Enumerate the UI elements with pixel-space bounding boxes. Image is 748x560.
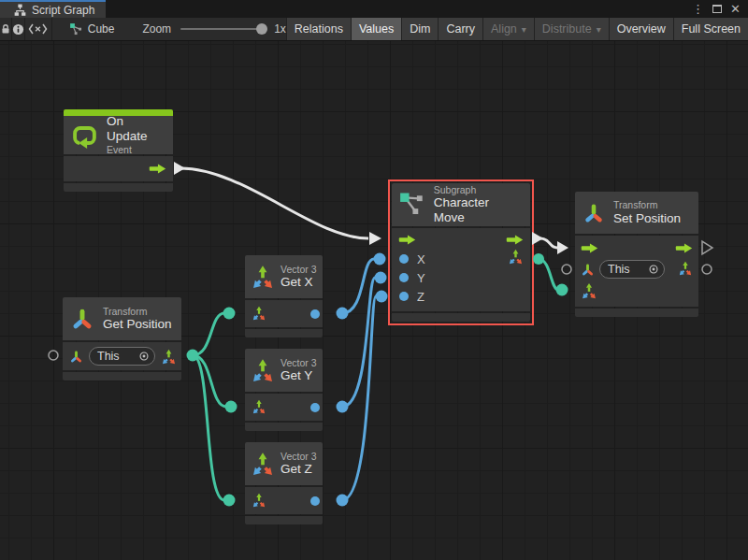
blue-port-dot[interactable] [337,401,349,413]
control-output-port[interactable] [675,243,693,253]
info-button[interactable] [12,18,25,40]
control-input-port[interactable] [398,235,416,245]
node-subtitle: Vector 3 [280,264,317,275]
wire-getposition-to-getz[interactable] [193,355,224,500]
graph-object-name: Cube [88,22,115,36]
control-wire-source-arrow[interactable] [532,232,543,245]
code-view-button[interactable] [25,18,52,40]
wire-getz-to-z[interactable] [342,296,376,500]
maximize-icon[interactable] [712,5,722,13]
transform-icon [583,202,605,224]
wire-getposition-to-gety[interactable] [193,355,226,407]
wire-charactermove-to-setposition-value[interactable] [539,259,558,290]
value-output-port[interactable] [310,496,320,506]
value-input-port-x[interactable] [399,254,409,264]
object-picker-icon[interactable] [138,351,150,362]
teal-port-dot[interactable] [533,253,544,265]
value-output-port[interactable] [310,403,320,412]
wire-charactermove-to-setposition[interactable] [540,238,557,248]
node-header: Vector 3 Get Z [245,442,323,485]
vector3-input-icon[interactable] [252,493,266,508]
teal-wire-end-dot[interactable] [556,284,568,296]
node-body: This [575,236,698,307]
tab-script-graph[interactable]: Script Graph [0,0,106,18]
graph-canvas[interactable]: On Update Event Transform Get Position [0,41,748,560]
unconnected-output-flow-port[interactable] [702,241,712,254]
wire-getx-to-x[interactable] [342,259,374,313]
control-wire-end-arrow[interactable] [557,241,568,254]
chevron-down-icon: ▾ [597,24,601,35]
control-wire-source-arrow[interactable] [174,162,185,175]
unconnected-input-port[interactable] [49,351,58,360]
control-output-port[interactable] [506,235,524,245]
script-graph-icon [14,4,26,16]
node-get-y[interactable]: Vector 3 Get Y [245,349,323,431]
vector3-input-icon[interactable] [581,282,597,299]
target-object-field[interactable]: This [89,347,155,366]
port-row-x: X [399,250,425,268]
target-row: This [581,260,665,279]
node-on-update[interactable]: On Update Event [64,109,173,192]
values-button[interactable]: Values [351,18,401,40]
value-output-port[interactable] [310,309,320,319]
node-get-x[interactable]: Vector 3 Get X [245,255,323,337]
info-icon [12,23,24,36]
tab-title: Script Graph [32,4,94,17]
node-footer [575,309,698,317]
full-screen-button[interactable]: Full Screen [673,18,748,40]
zoom-slider[interactable] [180,28,266,30]
node-get-position[interactable]: Transform Get Position This [63,297,181,381]
teal-port-dot[interactable] [187,350,199,362]
teal-wire-end-dot[interactable] [223,495,236,507]
transform-input-icon[interactable] [581,263,595,277]
blue-port-dot[interactable] [337,308,349,320]
close-icon[interactable]: ✕ [730,3,741,15]
transform-input-icon[interactable] [69,350,83,364]
control-output-port[interactable] [149,164,166,174]
node-header: Transform Get Position [63,297,181,340]
node-header: Subgraph Character Move [392,183,530,226]
blue-wire-end-dot[interactable] [376,291,388,303]
node-character-move[interactable]: Subgraph Character Move X Y Z [392,183,530,322]
blue-wire-end-dot[interactable] [374,253,386,266]
blue-port-dot[interactable] [337,495,349,507]
overview-button[interactable]: Overview [609,18,673,40]
vector3-output-icon[interactable] [161,349,177,365]
control-wire-end-arrow[interactable] [369,232,381,245]
unconnected-output-port[interactable] [702,265,712,274]
node-set-position[interactable]: Transform Set Position This [575,192,698,317]
teal-wire-end-dot[interactable] [225,401,237,413]
wire-getposition-to-getx[interactable] [193,313,224,355]
window-menu-icon[interactable]: ⋮ [692,3,704,15]
value-input-port-z[interactable] [399,292,409,301]
wire-onupdate-to-charactermove[interactable] [180,168,368,238]
lock-button[interactable] [0,18,12,40]
port-label: Y [417,271,425,285]
vector3-input-icon[interactable] [252,399,266,414]
vector3-input-icon[interactable] [252,306,266,321]
blue-wire-end-dot[interactable] [375,272,387,284]
node-get-z[interactable]: Vector 3 Get Z [245,442,323,524]
target-object-field[interactable]: This [599,260,665,279]
relations-button[interactable]: Relations [286,18,351,40]
dim-button[interactable]: Dim [401,18,438,40]
align-dropdown[interactable]: Align ▾ [482,18,534,40]
graph-breadcrumb[interactable]: Cube [69,22,115,36]
wire-gety-to-y[interactable] [342,278,375,407]
node-footer [245,423,323,431]
node-title: Get X [280,275,317,290]
value-input-port-y[interactable] [399,273,409,282]
node-title: On Update [107,114,165,144]
node-title: Character Move [434,195,523,225]
teal-wire-end-dot[interactable] [223,308,236,320]
vector3-output-icon[interactable] [508,249,524,265]
unconnected-input-port[interactable] [562,265,571,274]
zoom-slider-handle[interactable] [256,23,267,35]
carry-button[interactable]: Carry [438,18,482,40]
transform-icon [70,307,94,331]
vector3-output-icon[interactable] [678,261,693,276]
distribute-dropdown[interactable]: Distribute ▾ [534,18,609,40]
control-input-port[interactable] [581,243,598,253]
node-body [245,394,323,421]
object-picker-icon[interactable] [648,264,659,275]
